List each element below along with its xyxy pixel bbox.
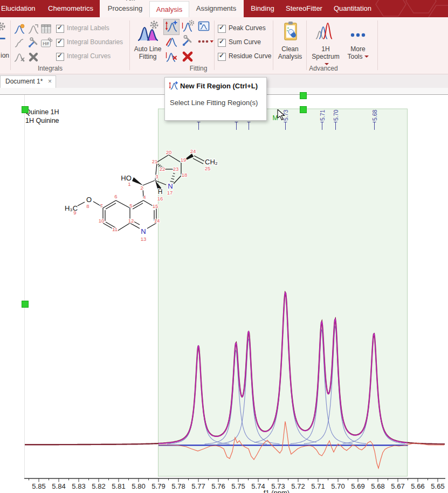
svg-text:5.71: 5.71 bbox=[319, 109, 326, 121]
svg-text:23: 23 bbox=[173, 166, 179, 172]
svg-text:5.77: 5.77 bbox=[191, 482, 205, 490]
svg-text:5.76: 5.76 bbox=[211, 482, 225, 490]
svg-text:6: 6 bbox=[114, 193, 117, 199]
svg-text:13: 13 bbox=[141, 236, 147, 242]
svg-text:5.68: 5.68 bbox=[371, 109, 378, 121]
svg-text:9: 9 bbox=[73, 210, 76, 216]
spectrum-title-line2: 1H Quinine bbox=[25, 116, 59, 125]
tooltip-title: New Fit Region (Ctrl+L) bbox=[180, 82, 258, 90]
svg-text:CH₂: CH₂ bbox=[205, 158, 218, 166]
svg-text:5.78: 5.78 bbox=[171, 482, 185, 490]
svg-text:22: 22 bbox=[160, 166, 166, 172]
new-fit-region-tooltip: New Fit Region (Ctrl+L) Select Line Fitt… bbox=[164, 77, 267, 121]
svg-text:3: 3 bbox=[155, 173, 158, 179]
svg-text:5.71: 5.71 bbox=[311, 482, 325, 490]
svg-text:5.70: 5.70 bbox=[333, 109, 339, 121]
svg-text:5.85: 5.85 bbox=[32, 482, 45, 490]
svg-text:5.70: 5.70 bbox=[331, 482, 344, 490]
quinine-structure[interactable]: HOOH₃CNNHCH₂1234567891011121314151617181… bbox=[62, 141, 235, 254]
svg-text:21: 21 bbox=[152, 158, 158, 164]
selection-handle-mid-left[interactable] bbox=[22, 301, 29, 308]
selection-handle-top-center[interactable] bbox=[300, 106, 307, 113]
svg-text:5.66: 5.66 bbox=[411, 482, 424, 490]
svg-text:14: 14 bbox=[154, 218, 160, 224]
svg-text:N: N bbox=[168, 182, 173, 190]
svg-text:19: 19 bbox=[181, 157, 187, 163]
svg-text:5.82: 5.82 bbox=[92, 482, 105, 490]
svg-text:24: 24 bbox=[190, 148, 196, 154]
svg-text:25: 25 bbox=[205, 165, 211, 171]
svg-text:N: N bbox=[141, 227, 146, 235]
selection-handle-top-left[interactable] bbox=[22, 106, 29, 113]
svg-text:2: 2 bbox=[140, 185, 143, 191]
svg-text:5.65: 5.65 bbox=[431, 482, 444, 490]
svg-text:5.81: 5.81 bbox=[112, 482, 125, 490]
svg-text:5.79: 5.79 bbox=[151, 482, 165, 490]
svg-text:5.84: 5.84 bbox=[52, 482, 65, 490]
svg-text:5.72: 5.72 bbox=[291, 482, 305, 490]
svg-text:17: 17 bbox=[167, 190, 173, 196]
svg-text:H: H bbox=[158, 188, 163, 196]
svg-text:5.83: 5.83 bbox=[72, 482, 85, 490]
svg-text:16: 16 bbox=[157, 196, 163, 202]
svg-text:5.67: 5.67 bbox=[391, 482, 404, 490]
svg-text:5.75: 5.75 bbox=[231, 482, 245, 490]
svg-text:5.80: 5.80 bbox=[132, 482, 145, 490]
spectrum-titles: Quinine 1H 1H Quinine bbox=[25, 108, 59, 125]
svg-text:10: 10 bbox=[99, 218, 105, 224]
svg-text:5: 5 bbox=[129, 203, 132, 209]
selection-handle-top-center-outer[interactable] bbox=[300, 92, 307, 99]
svg-text:18: 18 bbox=[182, 172, 188, 178]
svg-text:12: 12 bbox=[128, 218, 134, 224]
svg-text:5.69: 5.69 bbox=[351, 482, 364, 490]
svg-text:8: 8 bbox=[86, 203, 89, 209]
svg-text:f1 (ppm): f1 (ppm) bbox=[264, 489, 290, 493]
svg-text:4: 4 bbox=[143, 194, 146, 200]
svg-text:7: 7 bbox=[100, 203, 102, 209]
mouse-cursor bbox=[277, 109, 286, 121]
application-window: Am Elucidation Chemometrics Processing A… bbox=[0, 0, 448, 493]
svg-text:11: 11 bbox=[112, 226, 118, 232]
svg-text:20: 20 bbox=[166, 149, 172, 155]
svg-text:5.68: 5.68 bbox=[371, 482, 384, 490]
x-axis: 5.855.845.835.825.815.805.795.785.775.76… bbox=[24, 478, 445, 493]
new-fit-region-tooltip-icon bbox=[169, 81, 178, 91]
spectrum-title-line1: Quinine 1H bbox=[25, 108, 59, 116]
svg-text:15: 15 bbox=[153, 203, 158, 209]
svg-text:1: 1 bbox=[128, 181, 130, 187]
tooltip-description: Select Line Fitting Region(s) bbox=[170, 99, 258, 107]
svg-text:O: O bbox=[86, 196, 92, 204]
